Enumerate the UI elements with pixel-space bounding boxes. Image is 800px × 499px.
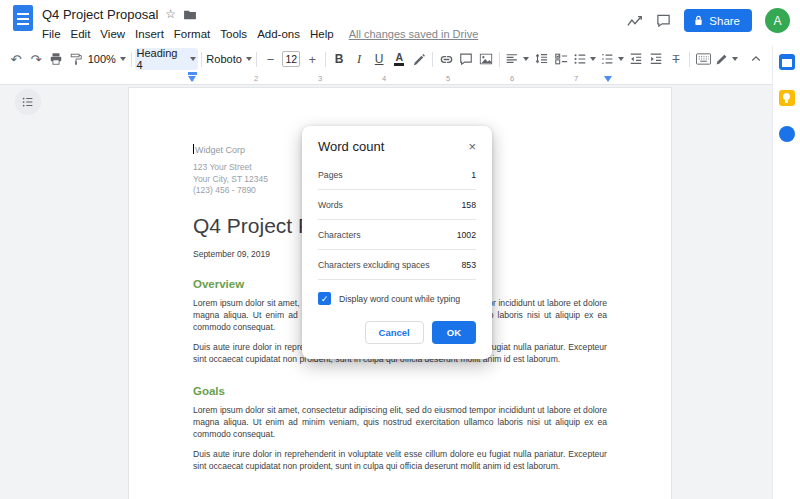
ok-button[interactable]: OK: [432, 321, 476, 344]
dialog-actions: Cancel OK: [318, 321, 476, 344]
row-characters-excluding-spaces: Characters excluding spaces 853: [318, 250, 476, 280]
numbered-list-icon: [600, 52, 614, 66]
ruler-tick: 5: [446, 74, 450, 83]
caret-down-icon: [590, 57, 596, 61]
paragraph: Duis aute irure dolor in reprehenderit i…: [193, 448, 607, 473]
underline-button[interactable]: U: [369, 48, 389, 70]
separator: [325, 52, 326, 67]
editing-mode-button[interactable]: [713, 48, 740, 70]
cancel-button[interactable]: Cancel: [365, 321, 424, 344]
calendar-icon[interactable]: [779, 54, 795, 70]
text-color-button[interactable]: A: [389, 48, 409, 70]
word-count-rows: Pages 1 Words 158 Characters 1002 Charac…: [318, 160, 476, 280]
add-comment-button[interactable]: [456, 48, 476, 70]
document-title[interactable]: Q4 Project Proposal: [42, 7, 158, 22]
line-spacing-icon: [534, 52, 548, 66]
separator: [689, 52, 690, 67]
menu-addons[interactable]: Add-ons: [252, 26, 305, 42]
separator: [131, 52, 132, 67]
paint-format-button[interactable]: [66, 48, 86, 70]
menu-view[interactable]: View: [95, 26, 130, 42]
row-words: Words 158: [318, 190, 476, 220]
section-heading-goals: Goals: [193, 385, 607, 397]
menu-edit[interactable]: Edit: [66, 26, 96, 42]
tasks-icon[interactable]: [779, 126, 795, 142]
ruler: 1 2 3 4 5 6 7: [0, 72, 772, 85]
caret-down-icon: [190, 57, 196, 61]
move-folder-icon[interactable]: [183, 9, 197, 20]
separator: [256, 52, 257, 67]
checkbox-label: Display word count while typing: [339, 294, 460, 304]
input-tools-button[interactable]: [693, 48, 713, 70]
text-cursor: [193, 144, 194, 154]
caret-down-icon: [246, 57, 252, 61]
saved-status[interactable]: All changes saved in Drive: [349, 28, 479, 40]
zoom-select[interactable]: 100%: [86, 48, 128, 70]
separator: [201, 52, 202, 67]
dialog-header: Word count ×: [318, 139, 476, 154]
comments-icon[interactable]: [656, 13, 671, 28]
show-outline-button[interactable]: [15, 89, 41, 115]
keyboard-icon: [696, 53, 711, 65]
bulleted-list-icon: [573, 52, 587, 66]
menu-tools[interactable]: Tools: [215, 26, 252, 42]
keep-icon[interactable]: [779, 90, 795, 106]
docs-logo-icon[interactable]: [13, 5, 33, 31]
italic-button[interactable]: I: [349, 48, 369, 70]
align-button[interactable]: [503, 48, 531, 70]
star-icon[interactable]: ☆: [165, 8, 176, 20]
chevron-up-icon: [750, 53, 762, 65]
share-label: Share: [709, 15, 740, 27]
styles-select[interactable]: Heading 4: [135, 48, 198, 70]
separator: [499, 52, 500, 67]
menu-insert[interactable]: Insert: [130, 26, 169, 42]
outdent-icon: [629, 52, 643, 66]
caret-down-icon: [120, 57, 126, 61]
font-select[interactable]: Roboto: [205, 48, 254, 70]
insights-icon[interactable]: [627, 14, 643, 28]
title-area: Q4 Project Proposal ☆: [42, 4, 197, 24]
highlighter-icon: [413, 53, 426, 66]
font-size-decrease-button[interactable]: −: [260, 48, 280, 70]
checkbox-checked[interactable]: ✓: [318, 292, 331, 305]
undo-button[interactable]: ↶: [6, 48, 26, 70]
checklist-icon: [554, 52, 568, 66]
first-line-indent-marker[interactable]: [188, 72, 197, 75]
app-header: Q4 Project Proposal ☆ File Edit View Ins…: [0, 0, 800, 46]
avatar[interactable]: A: [765, 8, 790, 33]
close-icon[interactable]: ×: [468, 140, 476, 153]
increase-indent-button[interactable]: [646, 48, 666, 70]
collapse-toolbar-button[interactable]: [746, 48, 766, 70]
header-actions: Share A: [627, 8, 790, 33]
right-margin-marker[interactable]: [604, 76, 612, 82]
align-left-icon: [505, 52, 519, 66]
bold-button[interactable]: B: [329, 48, 349, 70]
redo-button[interactable]: ↷: [26, 48, 46, 70]
word-count-dialog: Word count × Pages 1 Words 158 Character…: [302, 126, 492, 359]
menu-help[interactable]: Help: [305, 26, 339, 42]
insert-image-button[interactable]: [476, 48, 496, 70]
text-color-icon: A: [394, 52, 404, 67]
highlight-color-button[interactable]: [409, 48, 429, 70]
decrease-indent-button[interactable]: [626, 48, 646, 70]
paragraph: Lorem ipsum dolor sit amet, consectetur …: [193, 404, 607, 441]
bulleted-list-button[interactable]: [571, 48, 599, 70]
insert-link-button[interactable]: [436, 48, 456, 70]
ruler-tick: 3: [318, 74, 322, 83]
dialog-title: Word count: [318, 139, 384, 154]
docs-logo-lines: [17, 13, 29, 26]
clear-formatting-button[interactable]: T: [666, 48, 686, 70]
font-size-increase-button[interactable]: +: [302, 48, 322, 70]
share-button[interactable]: Share: [684, 9, 752, 32]
menu-file[interactable]: File: [37, 26, 66, 42]
checklist-button[interactable]: [551, 48, 571, 70]
ruler-tick: 7: [574, 74, 578, 83]
left-margin-marker[interactable]: [188, 76, 196, 82]
line-spacing-button[interactable]: [531, 48, 551, 70]
print-button[interactable]: [46, 48, 66, 70]
paint-roller-icon: [69, 52, 83, 66]
numbered-list-button[interactable]: [598, 48, 626, 70]
outline-icon: [21, 95, 35, 109]
font-size-value[interactable]: 12: [282, 51, 300, 67]
menu-format[interactable]: Format: [169, 26, 215, 42]
